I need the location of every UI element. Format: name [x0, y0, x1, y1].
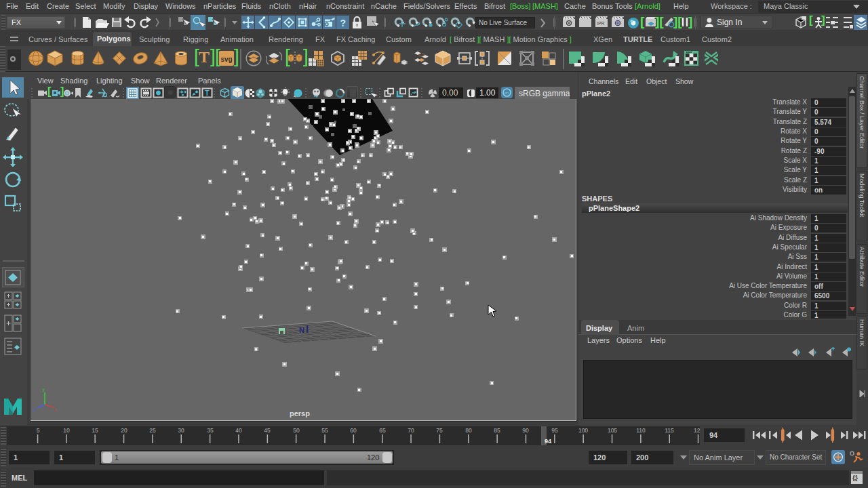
svg-text:35: 35 — [207, 427, 214, 434]
svg-text:?: ? — [340, 18, 347, 28]
svg-text:60: 60 — [350, 427, 357, 434]
svg-text:85: 85 — [494, 427, 500, 434]
svg-text:20: 20 — [121, 427, 127, 434]
svg-text:80: 80 — [465, 427, 472, 434]
svg-text:30: 30 — [178, 427, 184, 434]
svg-text:25: 25 — [149, 427, 156, 434]
svg-text:100: 100 — [578, 427, 588, 434]
svg-text:T: T — [205, 89, 209, 97]
svg-text:on: on — [505, 91, 509, 95]
svg-text:105: 105 — [608, 427, 617, 434]
svg-text:10: 10 — [63, 427, 70, 434]
svg-text:120: 120 — [694, 427, 700, 434]
svg-text:55: 55 — [321, 427, 328, 434]
svg-text:svg: svg — [221, 56, 233, 63]
svg-text:110: 110 — [636, 427, 646, 434]
svg-text:45: 45 — [264, 427, 271, 434]
svg-text:95: 95 — [551, 427, 558, 434]
svg-text:50: 50 — [293, 427, 300, 434]
svg-text:15: 15 — [92, 427, 98, 434]
svg-text:90: 90 — [522, 427, 529, 434]
svg-text:5: 5 — [37, 427, 40, 434]
svg-text:70: 70 — [408, 427, 414, 434]
svg-text:94: 94 — [545, 438, 551, 445]
svg-text:65: 65 — [379, 427, 386, 434]
svg-text:40: 40 — [235, 427, 242, 434]
svg-text:75: 75 — [436, 427, 443, 434]
svg-text:115: 115 — [665, 427, 674, 434]
svg-text:IPR: IPR — [597, 21, 605, 26]
